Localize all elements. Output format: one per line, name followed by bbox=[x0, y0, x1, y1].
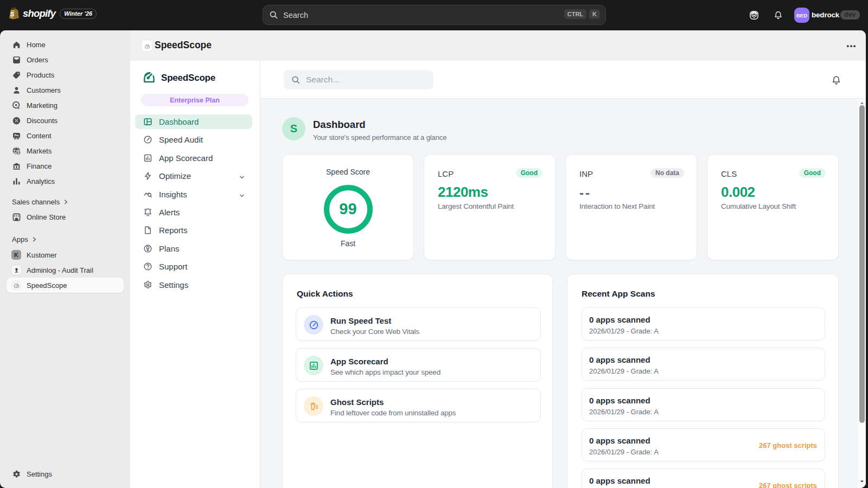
svg-text:$: $ bbox=[17, 150, 20, 155]
